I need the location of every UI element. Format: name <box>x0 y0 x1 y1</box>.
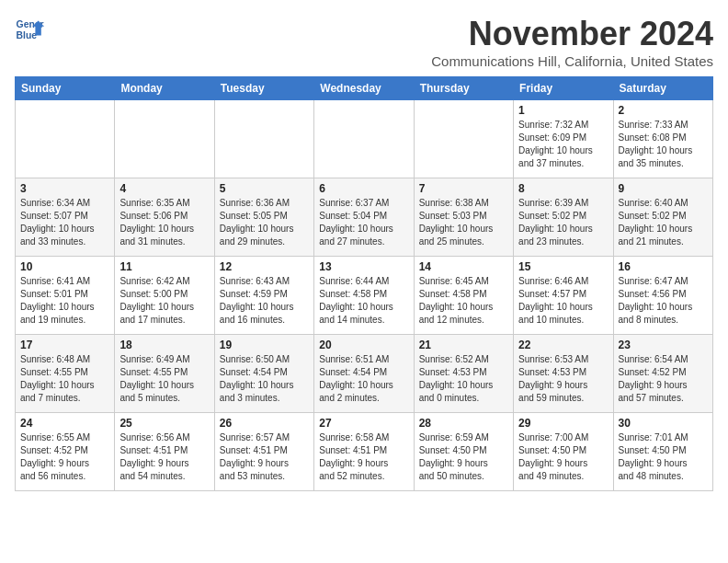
calendar-cell: 20Sunrise: 6:51 AM Sunset: 4:54 PM Dayli… <box>314 335 414 413</box>
calendar-week-row: 1Sunrise: 7:32 AM Sunset: 6:09 PM Daylig… <box>16 100 713 178</box>
day-info: Sunrise: 6:59 AM Sunset: 4:50 PM Dayligh… <box>419 431 508 483</box>
calendar-cell <box>214 100 313 178</box>
day-number: 11 <box>119 260 209 273</box>
calendar-cell <box>16 100 115 178</box>
day-info: Sunrise: 6:58 AM Sunset: 4:51 PM Dayligh… <box>319 431 408 483</box>
day-number: 5 <box>220 182 309 195</box>
day-number: 23 <box>619 339 708 351</box>
day-info: Sunrise: 7:32 AM Sunset: 6:09 PM Dayligh… <box>518 119 608 170</box>
day-number: 12 <box>220 260 309 273</box>
calendar-cell: 26Sunrise: 6:57 AM Sunset: 4:51 PM Dayli… <box>214 413 313 491</box>
day-info: Sunrise: 7:01 AM Sunset: 4:50 PM Dayligh… <box>619 431 708 483</box>
day-info: Sunrise: 6:49 AM Sunset: 4:55 PM Dayligh… <box>119 353 209 405</box>
calendar-week-row: 3Sunrise: 6:34 AM Sunset: 5:07 PM Daylig… <box>16 178 713 257</box>
day-number: 1 <box>518 104 608 117</box>
calendar-cell: 10Sunrise: 6:41 AM Sunset: 5:01 PM Dayli… <box>16 257 115 335</box>
day-info: Sunrise: 6:34 AM Sunset: 5:07 PM Dayligh… <box>20 197 109 248</box>
day-number: 26 <box>220 417 309 430</box>
day-number: 22 <box>518 339 608 351</box>
day-info: Sunrise: 7:33 AM Sunset: 6:08 PM Dayligh… <box>619 119 708 170</box>
logo: General Blue <box>15 15 44 44</box>
day-number: 9 <box>619 182 708 195</box>
calendar-cell <box>414 100 513 178</box>
calendar-week-row: 24Sunrise: 6:55 AM Sunset: 4:52 PM Dayli… <box>16 413 713 491</box>
calendar-week-row: 17Sunrise: 6:48 AM Sunset: 4:55 PM Dayli… <box>16 335 713 413</box>
day-info: Sunrise: 6:42 AM Sunset: 5:00 PM Dayligh… <box>119 275 209 327</box>
calendar-cell: 28Sunrise: 6:59 AM Sunset: 4:50 PM Dayli… <box>414 413 513 491</box>
day-info: Sunrise: 6:38 AM Sunset: 5:03 PM Dayligh… <box>419 197 508 248</box>
month-title: November 2024 <box>431 15 713 53</box>
day-info: Sunrise: 6:45 AM Sunset: 4:58 PM Dayligh… <box>419 275 508 327</box>
day-info: Sunrise: 6:53 AM Sunset: 4:53 PM Dayligh… <box>518 353 608 405</box>
calendar-cell: 12Sunrise: 6:43 AM Sunset: 4:59 PM Dayli… <box>214 257 313 335</box>
day-info: Sunrise: 6:47 AM Sunset: 4:56 PM Dayligh… <box>619 275 708 327</box>
calendar-cell: 13Sunrise: 6:44 AM Sunset: 4:58 PM Dayli… <box>314 257 414 335</box>
weekday-header: Saturday <box>613 77 712 100</box>
calendar-cell: 14Sunrise: 6:45 AM Sunset: 4:58 PM Dayli… <box>414 257 513 335</box>
day-number: 7 <box>419 182 508 195</box>
calendar-week-row: 10Sunrise: 6:41 AM Sunset: 5:01 PM Dayli… <box>16 257 713 335</box>
calendar-cell: 5Sunrise: 6:36 AM Sunset: 5:05 PM Daylig… <box>214 178 313 257</box>
calendar-cell <box>314 100 414 178</box>
day-number: 24 <box>20 417 109 430</box>
day-number: 17 <box>20 339 109 351</box>
calendar-cell: 3Sunrise: 6:34 AM Sunset: 5:07 PM Daylig… <box>16 178 115 257</box>
weekday-header: Wednesday <box>314 77 414 100</box>
calendar-cell: 22Sunrise: 6:53 AM Sunset: 4:53 PM Dayli… <box>514 335 613 413</box>
day-number: 27 <box>319 417 408 430</box>
day-info: Sunrise: 6:50 AM Sunset: 4:54 PM Dayligh… <box>220 353 309 405</box>
day-number: 16 <box>619 260 708 273</box>
day-info: Sunrise: 6:44 AM Sunset: 4:58 PM Dayligh… <box>319 275 408 327</box>
calendar-cell: 30Sunrise: 7:01 AM Sunset: 4:50 PM Dayli… <box>613 413 712 491</box>
weekday-header: Tuesday <box>214 77 313 100</box>
day-info: Sunrise: 6:52 AM Sunset: 4:53 PM Dayligh… <box>419 353 508 405</box>
day-info: Sunrise: 6:57 AM Sunset: 4:51 PM Dayligh… <box>220 431 309 483</box>
day-info: Sunrise: 6:43 AM Sunset: 4:59 PM Dayligh… <box>220 275 309 327</box>
day-number: 18 <box>119 339 209 351</box>
calendar-cell: 6Sunrise: 6:37 AM Sunset: 5:04 PM Daylig… <box>314 178 414 257</box>
day-number: 30 <box>619 417 708 430</box>
day-number: 3 <box>20 182 109 195</box>
day-number: 2 <box>619 104 708 117</box>
day-number: 15 <box>518 260 608 273</box>
calendar-cell: 29Sunrise: 7:00 AM Sunset: 4:50 PM Dayli… <box>514 413 613 491</box>
day-info: Sunrise: 6:56 AM Sunset: 4:51 PM Dayligh… <box>119 431 209 483</box>
day-number: 14 <box>419 260 508 273</box>
svg-text:Blue: Blue <box>17 30 38 40</box>
day-info: Sunrise: 6:40 AM Sunset: 5:02 PM Dayligh… <box>619 197 708 248</box>
calendar-cell: 9Sunrise: 6:40 AM Sunset: 5:02 PM Daylig… <box>613 178 712 257</box>
day-number: 19 <box>220 339 309 351</box>
day-number: 25 <box>119 417 209 430</box>
day-info: Sunrise: 6:54 AM Sunset: 4:52 PM Dayligh… <box>619 353 708 405</box>
day-info: Sunrise: 6:37 AM Sunset: 5:04 PM Dayligh… <box>319 197 408 248</box>
calendar-cell <box>115 100 214 178</box>
weekday-header: Sunday <box>16 77 115 100</box>
day-info: Sunrise: 7:00 AM Sunset: 4:50 PM Dayligh… <box>518 431 608 483</box>
day-number: 13 <box>319 260 408 273</box>
calendar-cell: 11Sunrise: 6:42 AM Sunset: 5:00 PM Dayli… <box>115 257 214 335</box>
day-info: Sunrise: 6:35 AM Sunset: 5:06 PM Dayligh… <box>119 197 209 248</box>
day-number: 4 <box>119 182 209 195</box>
weekday-header: Thursday <box>414 77 513 100</box>
weekday-header: Monday <box>115 77 214 100</box>
calendar-table: SundayMondayTuesdayWednesdayThursdayFrid… <box>15 76 713 491</box>
day-number: 20 <box>319 339 408 351</box>
logo-icon: General Blue <box>15 15 44 44</box>
calendar-cell: 2Sunrise: 7:33 AM Sunset: 6:08 PM Daylig… <box>613 100 712 178</box>
day-info: Sunrise: 6:51 AM Sunset: 4:54 PM Dayligh… <box>319 353 408 405</box>
day-info: Sunrise: 6:41 AM Sunset: 5:01 PM Dayligh… <box>20 275 109 327</box>
calendar-cell: 1Sunrise: 7:32 AM Sunset: 6:09 PM Daylig… <box>514 100 613 178</box>
day-info: Sunrise: 6:36 AM Sunset: 5:05 PM Dayligh… <box>220 197 309 248</box>
calendar-cell: 27Sunrise: 6:58 AM Sunset: 4:51 PM Dayli… <box>314 413 414 491</box>
calendar-cell: 24Sunrise: 6:55 AM Sunset: 4:52 PM Dayli… <box>16 413 115 491</box>
calendar-cell: 17Sunrise: 6:48 AM Sunset: 4:55 PM Dayli… <box>16 335 115 413</box>
calendar-cell: 19Sunrise: 6:50 AM Sunset: 4:54 PM Dayli… <box>214 335 313 413</box>
day-number: 28 <box>419 417 508 430</box>
calendar-cell: 25Sunrise: 6:56 AM Sunset: 4:51 PM Dayli… <box>115 413 214 491</box>
header-section: General Blue November 2024 Communication… <box>15 15 713 69</box>
day-number: 8 <box>518 182 608 195</box>
day-number: 6 <box>319 182 408 195</box>
day-number: 29 <box>518 417 608 430</box>
day-number: 10 <box>20 260 109 273</box>
calendar-cell: 16Sunrise: 6:47 AM Sunset: 4:56 PM Dayli… <box>613 257 712 335</box>
